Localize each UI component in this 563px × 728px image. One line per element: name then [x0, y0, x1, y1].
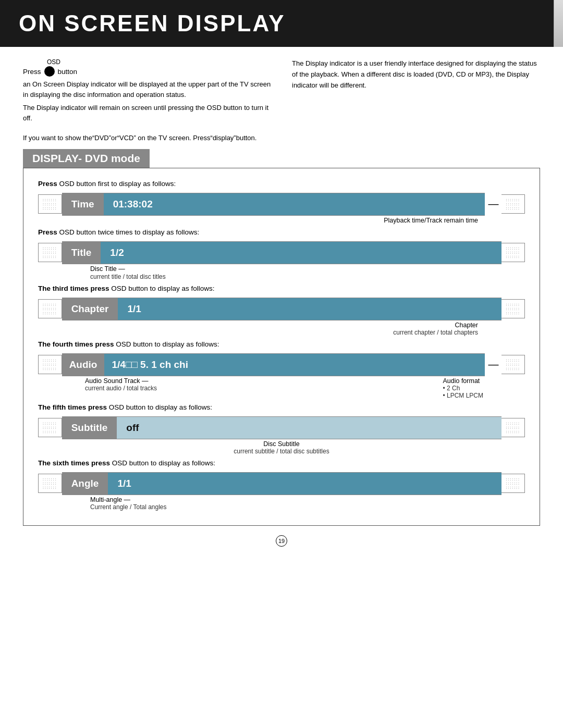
main-content: OSD Press button an On Screen Display in…: [0, 47, 563, 562]
intro-para2: The Display indicator will remain on scr…: [23, 103, 271, 124]
press-bold-2: Press: [38, 228, 57, 236]
dots-left-4: ::::::: ::::::: :::::::: [38, 355, 62, 374]
title-label: Title: [62, 242, 101, 264]
arrow-1: —: [485, 198, 501, 210]
dvd-box: Press OSD button first to display as fol…: [23, 168, 540, 526]
display-6-row: ::::::: ::::::: ::::::: Angle 1/1 ::::::…: [38, 472, 525, 495]
chapter-ann-main: Chapter: [455, 322, 478, 329]
time-value: 01:38:02: [104, 193, 485, 215]
dots-right-4: ::::::: ::::::: :::::::: [501, 355, 525, 374]
display-2-instruction: Press OSD button twice times to display …: [38, 228, 525, 236]
the-bold-5: The fifth times press: [38, 403, 107, 411]
intro-right-para: The Display indicator is a user friendly…: [292, 58, 540, 91]
time-label: Time: [62, 193, 104, 215]
press-text-5: OSD button to display as follows:: [109, 403, 212, 411]
dots-right-5: ::::::: ::::::: :::::::: [501, 418, 525, 437]
press-text-6: OSD button to display as follows:: [112, 459, 215, 467]
button-label: button: [58, 68, 78, 76]
angle-bar: Angle 1/1: [62, 472, 502, 495]
press-bold-1: Press: [38, 180, 57, 188]
arrow-4: —: [485, 359, 501, 371]
audio-format-items: • 2 Ch • LPCM LPCM: [443, 385, 483, 399]
title-value: 1/2: [101, 242, 501, 264]
the-bold-3: The third times press: [38, 285, 109, 292]
display-4-row: ::::::: ::::::: ::::::: Audio 1/4□□ 5. 1…: [38, 353, 525, 376]
the-bold-6: The sixth times press: [38, 459, 110, 467]
title-annotation-sub: current title / total disc titles: [90, 273, 525, 280]
display-5-row: ::::::: ::::::: ::::::: Subtitle off :::…: [38, 416, 525, 439]
intro-para1: an On Screen Display indicator will be d…: [23, 79, 271, 100]
osd-label: OSD: [47, 58, 271, 66]
disc-subtitle-sub: current subtitle / total disc subtitles: [38, 448, 525, 455]
chapter-label: Chapter: [62, 298, 118, 320]
dots-left-2: ::::::: ::::::: :::::::: [38, 243, 62, 262]
audio-value: 1/4□□ 5. 1 ch chi: [104, 354, 485, 376]
display-4-instruction: The fourth times press OSD button to dis…: [38, 340, 525, 348]
section-title-bar: DISPLAY- DVD mode: [23, 149, 150, 168]
intro-left: OSD Press button an On Screen Display in…: [23, 58, 271, 127]
dots-left-5: ::::::: ::::::: :::::::: [38, 418, 62, 437]
angle-annotation: Multi-angle ― Current angle / Total angl…: [90, 496, 525, 511]
disc-subtitle-label: Disc Subtitle: [38, 440, 525, 448]
display-1-instruction: Press OSD button first to display as fol…: [38, 180, 525, 188]
chapter-annotation: Chapter current chapter / total chapters: [38, 322, 525, 336]
press-text-1: OSD button first to display as follows:: [59, 180, 176, 188]
osd-button-icon: [44, 66, 55, 77]
press-text-2: OSD button twice times to display as fol…: [59, 228, 200, 236]
the-bold-4: The fourth times press: [38, 340, 114, 348]
angle-label: Angle: [62, 473, 108, 495]
audio-annotations: Audio Sound Track ― current audio / tota…: [38, 377, 525, 399]
press-row: Press button: [23, 66, 271, 77]
dots-right-3: ::::::: ::::::: :::::::: [501, 299, 525, 318]
time-bar: Time 01:38:02: [62, 193, 485, 216]
intro-right: The Display indicator is a user friendly…: [292, 58, 540, 127]
page-number-section: 19: [23, 535, 540, 547]
page-title: ON SCREEN DISPLAY: [19, 10, 544, 36]
subtitle-bar: Subtitle off: [62, 416, 502, 439]
display-5-instruction: The fifth times press OSD button to disp…: [38, 403, 525, 411]
dots-right-1: ::::::: ::::::: :::::::: [501, 194, 525, 214]
press-text-3: OSD button to display as follows:: [111, 285, 214, 292]
audio-track-label: Audio Sound Track ―: [85, 377, 157, 385]
multi-angle-sub: Current angle / Total angles: [90, 503, 525, 511]
chapter-bar: Chapter 1/1: [62, 298, 502, 320]
audio-right-ann: Audio format • 2 Ch • LPCM LPCM: [443, 377, 483, 399]
subtitle-annotation: Disc Subtitle current subtitle / total d…: [38, 440, 525, 455]
dots-right-2: ::::::: ::::::: :::::::: [501, 243, 525, 262]
audio-bar: Audio 1/4□□ 5. 1 ch chi: [62, 353, 485, 376]
page-number-circle: 19: [276, 535, 287, 547]
chapter-ann-sub: current chapter / total chapters: [393, 329, 478, 336]
chapter-value: 1/1: [118, 298, 501, 320]
display-3-row: ::::::: ::::::: ::::::: Chapter 1/1 ::::…: [38, 298, 525, 320]
section-title: DISPLAY- DVD mode: [32, 152, 140, 164]
subtitle-value: off: [117, 417, 501, 439]
title-annotation-main: Disc Title ―: [90, 265, 525, 273]
title-bar: Title 1/2: [62, 241, 502, 264]
audio-track-sub: current audio / total tracks: [85, 385, 157, 392]
display-1-row: ::::::: ::::::: ::::::: Time 01:38:02 — …: [38, 193, 525, 216]
page-header: ON SCREEN DISPLAY: [0, 0, 563, 47]
time-annotation: Playback time/Track remain time: [38, 217, 525, 224]
scrollbar[interactable]: [554, 0, 563, 47]
subtitle-label: Subtitle: [62, 417, 117, 439]
display-3-instruction: The third times press OSD button to disp…: [38, 285, 525, 292]
audio-left-ann: Audio Sound Track ― current audio / tota…: [85, 377, 157, 399]
display-2-row: ::::::: ::::::: ::::::: Title 1/2 ::::::…: [38, 241, 525, 264]
dots-left-1: ::::::: ::::::: :::::::: [38, 194, 62, 214]
dots-right-6: ::::::: ::::::: :::::::: [501, 474, 525, 493]
display-6-instruction: The sixth times press OSD button to disp…: [38, 459, 525, 467]
audio-label: Audio: [62, 354, 105, 376]
angle-value: 1/1: [108, 473, 501, 495]
if-you-want: If you want to show the“DVD”or“VCD” on t…: [23, 134, 540, 142]
press-text: Press: [23, 68, 41, 76]
intro-section: OSD Press button an On Screen Display in…: [23, 58, 540, 127]
multi-angle-label: Multi-angle ―: [90, 496, 525, 503]
audio-format-label: Audio format: [443, 377, 483, 385]
press-text-4: OSD button to display as follows:: [116, 340, 219, 348]
dots-left-3: ::::::: ::::::: :::::::: [38, 299, 62, 318]
dots-left-6: ::::::: ::::::: :::::::: [38, 474, 62, 493]
